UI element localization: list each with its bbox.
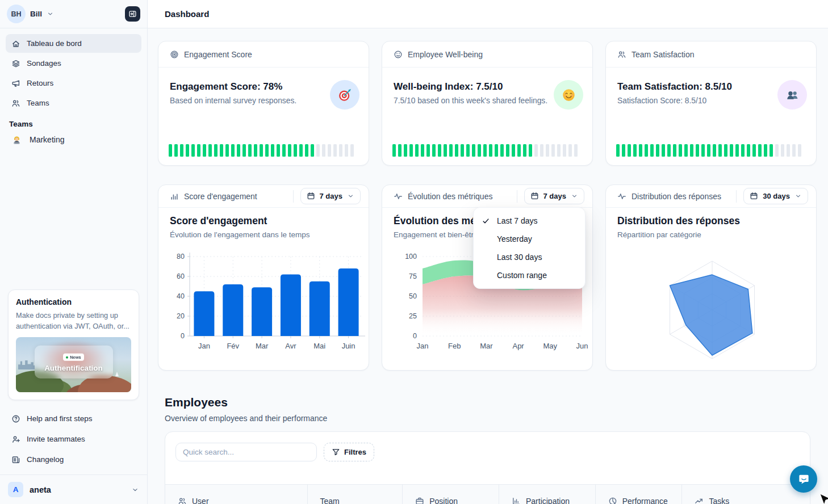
help-icon [11,414,20,423]
svg-text:100: 100 [405,253,417,261]
chart-subtitle: Évolution de l'engagement dans le temps [170,230,357,239]
progress-bar [392,144,582,157]
menu-item-yesterday[interactable]: Yesterday [474,230,585,248]
sidebar-item-invite-teammates[interactable]: Invite teammates [6,430,141,448]
workspace-name[interactable]: Bill [30,10,42,18]
svg-text:Mar: Mar [256,342,269,350]
sidebar-item-retours[interactable]: Retours [6,74,141,93]
sidebar-collapse-button[interactable] [125,6,140,22]
sailboat-art [115,372,119,376]
search-input[interactable] [175,443,317,461]
column-label: Tasks [709,497,729,504]
date-range-button[interactable]: 7 days [300,188,361,204]
megaphone-icon [11,79,20,88]
card-header-label: Engagement Score [184,50,252,59]
column-header-user[interactable]: User [165,485,307,504]
sidebar-item-teams[interactable]: Teams [6,94,141,112]
date-range-button[interactable]: 7 days [524,188,584,204]
chevron-down-icon [131,486,139,494]
menu-item-label: Yesterday [497,234,532,243]
sidebar-footer-nav: Help and first stepsInvite teammatesChan… [0,406,147,472]
stat-card-engagement-score: Engagement Score Engagement Score: 78% B… [158,41,369,166]
svg-text:Avr: Avr [285,342,296,350]
promo-caption: Authentification [39,364,108,372]
column-label: Team [320,497,340,504]
column-header-performance[interactable]: Performance [595,485,682,504]
progress-bar [169,144,358,157]
topbar: Dashboard [148,0,828,28]
menu-item-custom-range[interactable]: Custom range [474,266,585,284]
card-body: Well-being Index: 7.5/10 7.5/10 based on… [382,68,592,166]
mouse-cursor [819,493,828,504]
check-icon [482,217,497,225]
sidebar-item-help-and-first-steps[interactable]: Help and first steps [6,409,141,428]
svg-text:Apr: Apr [512,342,524,350]
radar-chart [609,249,814,365]
menu-item-last-30-days[interactable]: Last 30 days [474,248,585,266]
card-body: Engagement Score: 78% Based on internal … [158,68,369,166]
target-icon [170,50,179,59]
card-header: Team Satisfaction [606,41,816,68]
date-range-menu: Last 7 daysYesterdayLast 30 daysCustom r… [473,207,586,289]
sidebar-item-label: Teams [27,99,49,107]
sidebar-item-sondages[interactable]: Sondages [6,54,141,73]
bar-chart: 020406080JanFévMarAvrMaiJuin [162,249,366,365]
svg-text:60: 60 [177,272,185,280]
column-header-participation[interactable]: Participation [499,485,595,504]
sidebar-item-tableau-de-bord[interactable]: Tableau de bord [6,34,141,53]
calendar-icon [530,192,539,200]
card-header: Distribution des réponses 30 days [606,185,816,208]
calendar-icon [307,192,315,200]
svg-text:Jan: Jan [417,342,429,350]
column-header-tasks[interactable]: Tasks [681,485,810,504]
chart-title: Distribution des réponses [617,215,805,227]
account-row[interactable]: A aneta [0,474,147,504]
sidebar-team-marketing[interactable]: Marketing [6,129,141,150]
card-header-label: Team Satisfaction [632,50,695,59]
target-dart-emoji [330,80,359,110]
column-header-position[interactable]: Position [402,485,499,504]
table-toolbar: Filtres [175,443,374,461]
layers-icon [11,59,20,68]
date-range-label: 30 days [763,192,790,200]
sidebar-header: BH Bill [0,0,147,28]
menu-item-label: Custom range [497,271,547,280]
chat-launcher-button[interactable] [790,465,817,493]
sidebar: BH Bill Tableau de bordSondagesRetoursTe… [0,0,148,504]
home-icon [11,39,20,48]
promo-title: Authentication [16,297,131,306]
chevron-down-icon [347,192,354,200]
date-range-button[interactable]: 30 days [743,188,808,204]
column-label: Participation [526,497,570,504]
users-icon [617,50,626,59]
menu-item-last-7-days[interactable]: Last 7 days [474,212,585,230]
sidebar-item-label: Help and first steps [27,414,93,423]
trending-up-icon [695,497,704,504]
promo-card[interactable]: Authentication Make docs private by sett… [8,289,139,400]
workspace-avatar[interactable]: BH [7,5,26,23]
employees-title: Employees [165,396,228,409]
card-header-label: Employee Well-being [408,50,483,59]
date-range-label: 7 days [320,192,342,200]
column-chart-icon [512,497,521,504]
account-avatar: A [8,482,23,497]
sidebar-item-changelog[interactable]: Changelog [6,450,141,469]
menu-item-label: Last 7 days [497,216,538,225]
activity-icon [617,192,626,201]
column-header-team[interactable]: Team [307,485,403,504]
technologist-emoji [11,135,22,145]
card-header-label: Distribution des réponses [632,192,721,201]
employees-table-card: Filtres UserTeamPositionParticipationPer… [165,431,810,504]
sidebar-item-label: Sondages [27,59,61,68]
svg-text:0: 0 [413,332,417,340]
card-header: Score d'engagement 7 days [158,185,369,208]
promo-image[interactable]: News Authentification [16,337,131,392]
table-header-row: UserTeamPositionParticipationPerformance… [165,484,810,504]
smiling-face-emoji [554,80,583,110]
chevron-down-icon [47,10,54,18]
sidebar-item-label: Invite teammates [27,435,85,443]
filters-button[interactable]: Filtres [324,443,374,461]
calendar-icon [750,192,758,200]
svg-text:Mai: Mai [313,342,325,350]
users-icon [11,99,20,108]
